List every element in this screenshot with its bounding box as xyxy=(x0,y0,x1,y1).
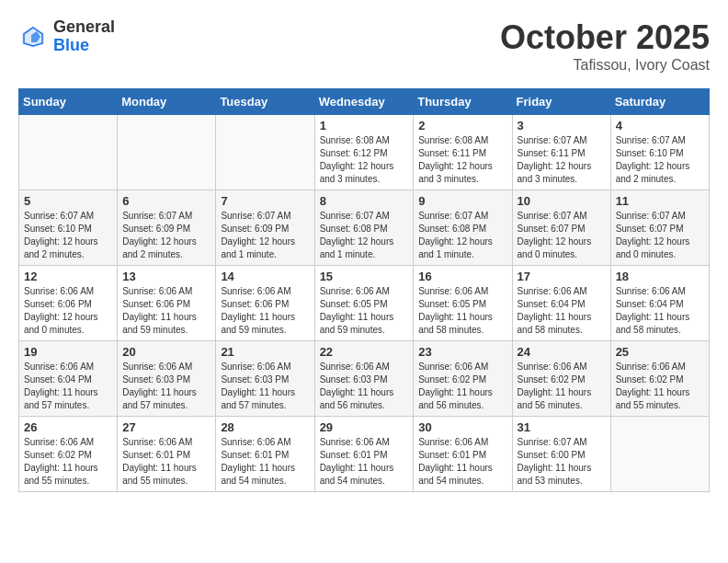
day-number: 24 xyxy=(518,345,606,359)
day-number: 25 xyxy=(616,345,704,359)
day-number: 11 xyxy=(616,194,704,208)
day-info: Sunrise: 6:06 AM Sunset: 6:01 PM Dayligh… xyxy=(122,436,210,488)
day-info: Sunrise: 6:06 AM Sunset: 6:06 PM Dayligh… xyxy=(221,285,309,337)
day-number: 28 xyxy=(221,420,309,434)
calendar-cell xyxy=(118,115,216,190)
calendar-cell: 15Sunrise: 6:06 AM Sunset: 6:05 PM Dayli… xyxy=(314,266,414,341)
title-block: October 2025 Tafissou, Ivory Coast xyxy=(500,18,710,74)
day-info: Sunrise: 6:06 AM Sunset: 6:04 PM Dayligh… xyxy=(616,285,704,337)
day-number: 21 xyxy=(221,345,309,359)
day-info: Sunrise: 6:07 AM Sunset: 6:10 PM Dayligh… xyxy=(24,210,112,261)
day-number: 15 xyxy=(320,270,409,283)
day-header-wednesday: Wednesday xyxy=(314,89,414,115)
calendar-table: SundayMondayTuesdayWednesdayThursdayFrid… xyxy=(18,88,710,492)
calendar-cell xyxy=(610,417,709,492)
day-number: 7 xyxy=(221,194,309,208)
day-info: Sunrise: 6:07 AM Sunset: 6:07 PM Dayligh… xyxy=(518,210,606,261)
calendar-cell: 19Sunrise: 6:06 AM Sunset: 6:04 PM Dayli… xyxy=(19,341,118,417)
day-info: Sunrise: 6:07 AM Sunset: 6:09 PM Dayligh… xyxy=(221,210,309,261)
calendar-cell: 10Sunrise: 6:07 AM Sunset: 6:07 PM Dayli… xyxy=(512,190,610,266)
day-number: 8 xyxy=(320,194,409,208)
calendar-cell: 27Sunrise: 6:06 AM Sunset: 6:01 PM Dayli… xyxy=(118,417,216,492)
day-info: Sunrise: 6:06 AM Sunset: 6:01 PM Dayligh… xyxy=(320,436,409,488)
calendar-cell: 7Sunrise: 6:07 AM Sunset: 6:09 PM Daylig… xyxy=(216,190,314,266)
day-number: 20 xyxy=(122,345,210,359)
day-info: Sunrise: 6:06 AM Sunset: 6:02 PM Dayligh… xyxy=(616,361,704,412)
day-header-saturday: Saturday xyxy=(610,89,709,115)
day-info: Sunrise: 6:06 AM Sunset: 6:02 PM Dayligh… xyxy=(418,361,506,412)
calendar-cell: 24Sunrise: 6:06 AM Sunset: 6:02 PM Dayli… xyxy=(512,341,610,417)
day-number: 31 xyxy=(518,420,606,434)
calendar-cell: 28Sunrise: 6:06 AM Sunset: 6:01 PM Dayli… xyxy=(216,417,314,492)
day-number: 3 xyxy=(518,119,606,132)
day-number: 17 xyxy=(518,270,606,283)
month-title: October 2025 xyxy=(500,18,710,57)
day-number: 16 xyxy=(418,270,506,283)
day-info: Sunrise: 6:06 AM Sunset: 6:03 PM Dayligh… xyxy=(221,361,309,412)
day-number: 30 xyxy=(418,420,506,434)
day-header-friday: Friday xyxy=(512,89,610,115)
day-number: 10 xyxy=(518,194,606,208)
day-number: 29 xyxy=(320,420,409,434)
calendar-cell: 22Sunrise: 6:06 AM Sunset: 6:03 PM Dayli… xyxy=(314,341,414,417)
calendar-cell: 16Sunrise: 6:06 AM Sunset: 6:05 PM Dayli… xyxy=(414,266,512,341)
day-number: 14 xyxy=(221,270,309,283)
calendar-cell: 6Sunrise: 6:07 AM Sunset: 6:09 PM Daylig… xyxy=(118,190,216,266)
calendar-cell: 30Sunrise: 6:06 AM Sunset: 6:01 PM Dayli… xyxy=(414,417,512,492)
day-info: Sunrise: 6:08 AM Sunset: 6:11 PM Dayligh… xyxy=(418,134,506,186)
calendar-week-row: 26Sunrise: 6:06 AM Sunset: 6:02 PM Dayli… xyxy=(19,417,710,492)
day-number: 19 xyxy=(24,345,112,359)
day-info: Sunrise: 6:06 AM Sunset: 6:06 PM Dayligh… xyxy=(24,285,112,337)
calendar-cell: 18Sunrise: 6:06 AM Sunset: 6:04 PM Dayli… xyxy=(610,266,709,341)
day-number: 27 xyxy=(122,420,210,434)
logo: General Blue xyxy=(18,18,115,55)
calendar-cell: 4Sunrise: 6:07 AM Sunset: 6:10 PM Daylig… xyxy=(610,115,709,190)
day-info: Sunrise: 6:07 AM Sunset: 6:09 PM Dayligh… xyxy=(122,210,210,261)
day-info: Sunrise: 6:07 AM Sunset: 6:11 PM Dayligh… xyxy=(518,134,606,186)
location-title: Tafissou, Ivory Coast xyxy=(500,57,710,74)
day-info: Sunrise: 6:06 AM Sunset: 6:03 PM Dayligh… xyxy=(122,361,210,412)
day-info: Sunrise: 6:07 AM Sunset: 6:00 PM Dayligh… xyxy=(518,436,606,488)
day-number: 4 xyxy=(616,119,704,132)
day-number: 18 xyxy=(616,270,704,283)
day-header-sunday: Sunday xyxy=(19,89,118,115)
day-info: Sunrise: 6:06 AM Sunset: 6:04 PM Dayligh… xyxy=(24,361,112,412)
calendar-week-row: 19Sunrise: 6:06 AM Sunset: 6:04 PM Dayli… xyxy=(19,341,710,417)
calendar-cell: 20Sunrise: 6:06 AM Sunset: 6:03 PM Dayli… xyxy=(118,341,216,417)
logo-icon xyxy=(18,22,48,52)
day-info: Sunrise: 6:08 AM Sunset: 6:12 PM Dayligh… xyxy=(320,134,409,186)
page-header: General Blue October 2025 Tafissou, Ivor… xyxy=(18,18,710,74)
calendar-cell xyxy=(216,115,314,190)
day-number: 12 xyxy=(24,270,112,283)
day-number: 26 xyxy=(24,420,112,434)
calendar-header-row: SundayMondayTuesdayWednesdayThursdayFrid… xyxy=(19,89,710,115)
calendar-cell: 1Sunrise: 6:08 AM Sunset: 6:12 PM Daylig… xyxy=(314,115,414,190)
day-info: Sunrise: 6:07 AM Sunset: 6:10 PM Dayligh… xyxy=(616,134,704,186)
day-info: Sunrise: 6:07 AM Sunset: 6:07 PM Dayligh… xyxy=(616,210,704,261)
logo-general: General xyxy=(53,18,115,37)
day-number: 2 xyxy=(418,119,506,132)
day-info: Sunrise: 6:07 AM Sunset: 6:08 PM Dayligh… xyxy=(418,210,506,261)
day-header-tuesday: Tuesday xyxy=(216,89,314,115)
calendar-cell: 13Sunrise: 6:06 AM Sunset: 6:06 PM Dayli… xyxy=(118,266,216,341)
calendar-cell: 12Sunrise: 6:06 AM Sunset: 6:06 PM Dayli… xyxy=(19,266,118,341)
day-header-monday: Monday xyxy=(118,89,216,115)
calendar-cell: 9Sunrise: 6:07 AM Sunset: 6:08 PM Daylig… xyxy=(414,190,512,266)
logo-blue: Blue xyxy=(53,37,115,55)
day-number: 13 xyxy=(122,270,210,283)
calendar-cell: 26Sunrise: 6:06 AM Sunset: 6:02 PM Dayli… xyxy=(19,417,118,492)
day-number: 9 xyxy=(418,194,506,208)
day-info: Sunrise: 6:06 AM Sunset: 6:01 PM Dayligh… xyxy=(221,436,309,488)
day-info: Sunrise: 6:06 AM Sunset: 6:05 PM Dayligh… xyxy=(320,285,409,337)
day-info: Sunrise: 6:06 AM Sunset: 6:06 PM Dayligh… xyxy=(122,285,210,337)
calendar-cell: 11Sunrise: 6:07 AM Sunset: 6:07 PM Dayli… xyxy=(610,190,709,266)
calendar-cell: 8Sunrise: 6:07 AM Sunset: 6:08 PM Daylig… xyxy=(314,190,414,266)
calendar-cell: 3Sunrise: 6:07 AM Sunset: 6:11 PM Daylig… xyxy=(512,115,610,190)
day-info: Sunrise: 6:06 AM Sunset: 6:03 PM Dayligh… xyxy=(320,361,409,412)
calendar-week-row: 5Sunrise: 6:07 AM Sunset: 6:10 PM Daylig… xyxy=(19,190,710,266)
calendar-cell: 29Sunrise: 6:06 AM Sunset: 6:01 PM Dayli… xyxy=(314,417,414,492)
calendar-cell: 23Sunrise: 6:06 AM Sunset: 6:02 PM Dayli… xyxy=(414,341,512,417)
day-info: Sunrise: 6:07 AM Sunset: 6:08 PM Dayligh… xyxy=(320,210,409,261)
day-info: Sunrise: 6:06 AM Sunset: 6:05 PM Dayligh… xyxy=(418,285,506,337)
day-info: Sunrise: 6:06 AM Sunset: 6:02 PM Dayligh… xyxy=(24,436,112,488)
